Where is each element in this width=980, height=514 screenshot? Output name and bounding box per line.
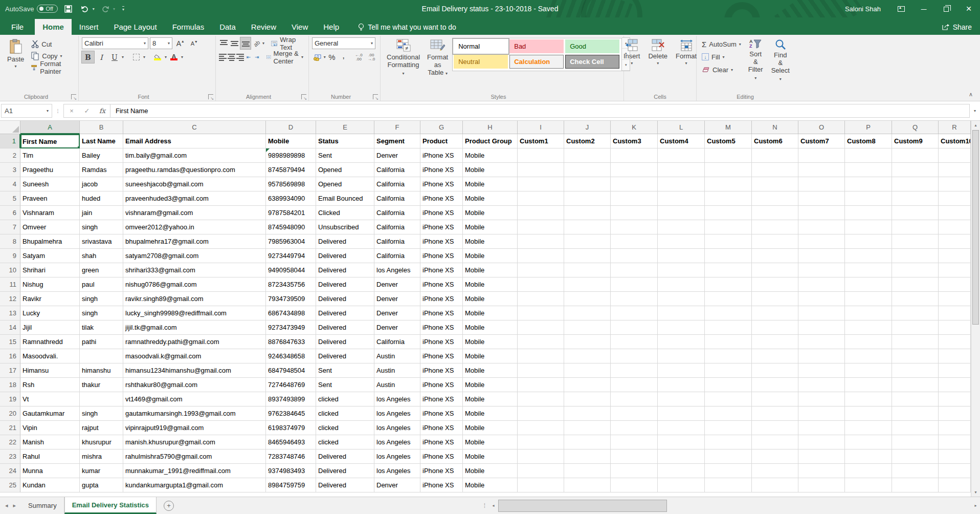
col-header-J[interactable]: J — [564, 121, 611, 134]
col-header-E[interactable]: E — [316, 121, 374, 134]
cell-D12[interactable]: 7934739509 — [266, 292, 316, 306]
customize-qat-button[interactable]: ▾ — [122, 6, 124, 12]
tab-help[interactable]: Help — [316, 19, 347, 35]
cell-N7[interactable] — [752, 220, 798, 234]
scroll-down-arrow[interactable]: ▾ — [971, 488, 980, 497]
formula-bar-splitter[interactable]: ⁞ — [52, 104, 63, 118]
cell-E24[interactable]: Delivered — [316, 464, 374, 478]
cell-G19[interactable]: iPhone XS — [420, 392, 463, 406]
cell-N11[interactable] — [752, 277, 798, 292]
cell-B18[interactable]: thakur — [80, 378, 123, 392]
cell-F12[interactable]: Denver — [374, 292, 420, 306]
cell-H6[interactable]: Mobile — [463, 206, 518, 220]
cell-Q6[interactable] — [892, 206, 939, 220]
cell-A15[interactable]: Ramnathredd — [20, 335, 80, 349]
cell-B11[interactable]: paul — [80, 277, 123, 292]
cell-O19[interactable] — [798, 392, 845, 406]
row-header-9[interactable]: 9 — [0, 249, 20, 263]
cell-M18[interactable] — [705, 378, 752, 392]
share-button[interactable]: Share — [933, 19, 980, 35]
cell-F19[interactable]: los Angeles — [374, 392, 420, 406]
cell-B7[interactable]: singh — [80, 220, 123, 234]
cell-G25[interactable]: iPhone XS — [420, 478, 463, 492]
format-cells-dropdown[interactable]: ▾ — [685, 61, 687, 66]
cell-J1[interactable]: Custom2 — [564, 134, 611, 148]
cell-F23[interactable]: los Angeles — [374, 449, 420, 464]
number-dialog-launcher[interactable] — [373, 94, 378, 99]
row-header-10[interactable]: 10 — [0, 263, 20, 277]
cancel-entry-button[interactable]: × — [64, 104, 79, 117]
cell-O5[interactable] — [798, 191, 845, 206]
cell-P19[interactable] — [845, 392, 892, 406]
accounting-format-button[interactable] — [312, 51, 323, 63]
cell-R13[interactable] — [939, 306, 971, 320]
row-header-21[interactable]: 21 — [0, 421, 20, 435]
cell-E16[interactable]: Delivered — [316, 349, 374, 363]
cell-L4[interactable] — [658, 177, 705, 191]
name-box-dropdown[interactable]: ▾ — [47, 109, 49, 113]
row-header-3[interactable]: 3 — [0, 163, 20, 177]
cell-K2[interactable] — [611, 148, 658, 163]
clipboard-dialog-launcher[interactable] — [71, 94, 76, 99]
cell-C12[interactable]: ravikr.singh89@gmail.com — [123, 292, 266, 306]
cell-J25[interactable] — [564, 478, 611, 492]
cell-H3[interactable]: Mobile — [463, 163, 518, 177]
tell-me-box[interactable]: Tell me what you want to do — [353, 19, 461, 35]
cell-P15[interactable] — [845, 335, 892, 349]
cell-L14[interactable] — [658, 320, 705, 335]
cell-R20[interactable] — [939, 406, 971, 421]
comma-style-button[interactable]: , — [338, 51, 349, 63]
sheet-tab-summary[interactable]: Summary — [21, 497, 64, 514]
row-header-20[interactable]: 20 — [0, 406, 20, 421]
increase-indent-button[interactable]: ⇥ — [253, 51, 260, 63]
cell-M2[interactable] — [705, 148, 752, 163]
cell-M11[interactable] — [705, 277, 752, 292]
fill-dropdown[interactable]: ▾ — [723, 55, 725, 59]
col-header-A[interactable]: A — [20, 121, 80, 134]
close-button[interactable]: × — [957, 0, 980, 17]
cell-K8[interactable] — [611, 234, 658, 249]
cell-R17[interactable] — [939, 363, 971, 378]
cell-L25[interactable] — [658, 478, 705, 492]
cell-A6[interactable]: Vishnaram — [20, 206, 80, 220]
cell-M15[interactable] — [705, 335, 752, 349]
row-header-1[interactable]: 1 — [0, 134, 20, 148]
cell-E21[interactable]: clicked — [316, 421, 374, 435]
cell-P5[interactable] — [845, 191, 892, 206]
cell-F1[interactable]: Segment — [374, 134, 420, 148]
number-format-dropdown[interactable]: ▾ — [371, 41, 373, 46]
cell-E8[interactable]: Delivered — [316, 234, 374, 249]
row-header-24[interactable]: 24 — [0, 464, 20, 478]
cell-M4[interactable] — [705, 177, 752, 191]
cell-Q1[interactable]: Custom9 — [892, 134, 939, 148]
cell-D15[interactable]: 8876847633 — [266, 335, 316, 349]
cell-L6[interactable] — [658, 206, 705, 220]
cell-B4[interactable]: jacob — [80, 177, 123, 191]
cell-P4[interactable] — [845, 177, 892, 191]
cell-C2[interactable]: tim.baily@gmail.com — [123, 148, 266, 163]
cell-O25[interactable] — [798, 478, 845, 492]
cell-C7[interactable]: omveer2012@yahoo.in — [123, 220, 266, 234]
cell-F22[interactable]: los Angeles — [374, 435, 420, 449]
cell-H18[interactable]: Mobile — [463, 378, 518, 392]
cell-L10[interactable] — [658, 263, 705, 277]
font-color-dropdown[interactable]: ▾ — [181, 55, 183, 59]
redo-dropdown[interactable]: ▾ — [113, 7, 115, 11]
name-box[interactable]: A1 ▾ — [1, 104, 52, 118]
cell-J11[interactable] — [564, 277, 611, 292]
cell-N17[interactable] — [752, 363, 798, 378]
cell-K15[interactable] — [611, 335, 658, 349]
cell-I13[interactable] — [518, 306, 564, 320]
cell-J21[interactable] — [564, 421, 611, 435]
cell-G16[interactable]: iPhone XS — [420, 349, 463, 363]
col-header-O[interactable]: O — [798, 121, 845, 134]
decrease-decimal-button[interactable]: .00 →.0 — [366, 51, 377, 63]
cell-M12[interactable] — [705, 292, 752, 306]
cell-A22[interactable]: Manish — [20, 435, 80, 449]
alignment-dialog-launcher[interactable] — [301, 94, 306, 99]
cell-L20[interactable] — [658, 406, 705, 421]
cell-B24[interactable]: kumar — [80, 464, 123, 478]
style-bad[interactable]: Bad — [509, 39, 564, 53]
cell-B22[interactable]: khusrupur — [80, 435, 123, 449]
cell-P10[interactable] — [845, 263, 892, 277]
